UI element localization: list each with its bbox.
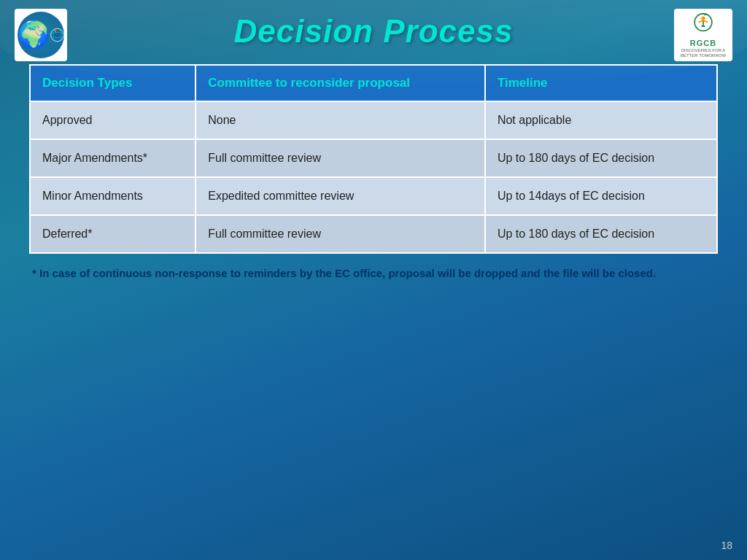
table-row: Major Amendments* Full committee review … [30,139,717,177]
rgcb-name: RGCB [690,39,716,47]
footer-note: * In case of continuous non-response to … [29,265,718,282]
cell-decision-type-1: Approved [30,101,196,139]
cell-decision-type-4: Deferred* [30,215,196,253]
cell-timeline-1: Not applicable [485,101,717,139]
cell-committee-3: Expedited committee review [196,177,485,215]
rgcb-subtext: DISCOVERIES FOR A BETTER TOMORROW [677,48,729,58]
right-logo: RGCB DISCOVERIES FOR A BETTER TOMORROW [674,9,732,61]
decision-table: Decision Types Committee to reconsider p… [29,64,718,254]
cell-decision-type-2: Major Amendments* [30,139,196,177]
page-title: Decision Process [234,13,514,50]
iec-logo-icon [50,13,64,57]
svg-point-5 [57,29,58,31]
cell-committee-4: Full committee review [196,215,485,253]
left-logo-image [18,12,64,58]
cell-timeline-3: Up to 14days of EC decision [485,177,717,215]
table-row: Minor Amendments Expedited committee rev… [30,177,717,215]
table-row: Approved None Not applicable [30,101,717,139]
cell-timeline-2: Up to 180 days of EC decision [485,139,717,177]
main-content: Decision Types Committee to reconsider p… [0,57,747,289]
page-number: 18 [721,540,732,551]
cell-committee-2: Full committee review [196,139,485,177]
cell-timeline-4: Up to 180 days of EC decision [485,215,717,253]
svg-point-4 [55,30,56,31]
cell-decision-type-3: Minor Amendments [30,177,196,215]
left-logo [15,9,67,61]
rgcb-logo-icon [685,12,721,37]
cell-committee-1: None [196,101,485,139]
table-row: Deferred* Full committee review Up to 18… [30,215,717,253]
header: Decision Process RGCB DISCOVERIES FOR A … [0,0,747,57]
svg-point-6 [58,30,60,31]
